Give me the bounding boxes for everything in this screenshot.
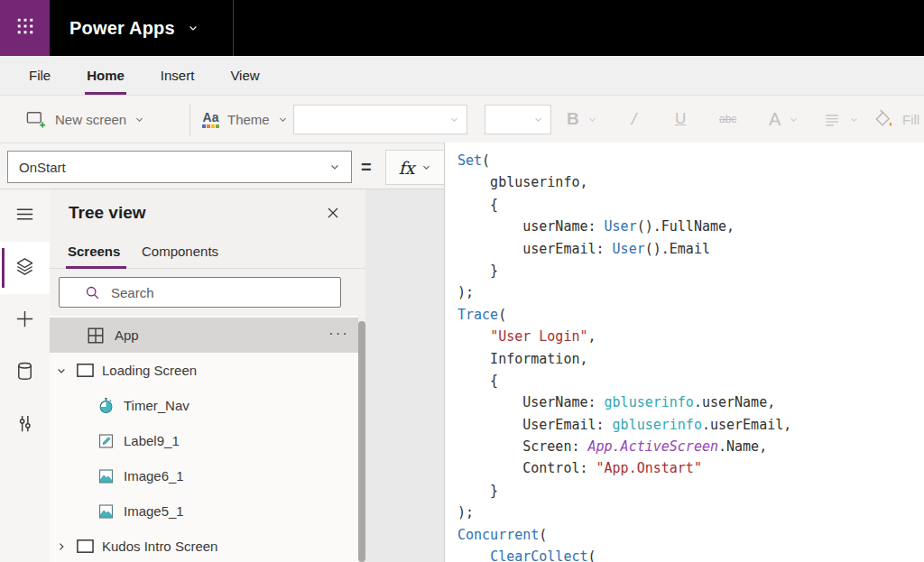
underline-button[interactable]: U [675, 96, 686, 143]
tree-item-timer-nav[interactable]: Timer_Nav [50, 388, 365, 423]
chevron-down-icon [789, 115, 799, 124]
new-screen-label: New screen [55, 112, 126, 127]
code-line: } [457, 480, 924, 502]
database-icon [14, 361, 35, 385]
tab-screens[interactable]: Screens [68, 244, 120, 259]
fill-label: Fill [902, 112, 919, 127]
menu-item-view[interactable]: View [228, 56, 261, 95]
menu-item-insert[interactable]: Insert [159, 56, 197, 95]
tree-item-label9-1[interactable]: Label9_1 [50, 423, 365, 458]
chevron-down-icon[interactable] [188, 23, 199, 33]
rail-item-advanced-tools[interactable] [0, 399, 50, 451]
app-title: Power Apps [69, 18, 175, 39]
chevron-right-icon[interactable] [56, 541, 67, 552]
new-screen-button[interactable]: New screen [25, 96, 144, 143]
fx-label: fx [399, 158, 415, 178]
waffle-menu-button[interactable] [0, 0, 50, 56]
top-bar: Power Apps [0, 0, 924, 56]
fx-button[interactable]: fx [385, 150, 445, 185]
align-icon [823, 111, 841, 127]
ribbon-toolbar: New screen Aa Theme B / U abc [0, 95, 924, 143]
theme-icon: Aa [202, 111, 219, 128]
canvas-background [365, 189, 444, 562]
tree-item-label: Image6_1 [124, 468, 184, 484]
tree-list: App···Loading ScreenTimer_NavLabel9_1Ima… [50, 316, 365, 562]
chevron-down-icon [533, 115, 543, 124]
tree-item-label: Image5_1 [124, 503, 184, 519]
code-line: "User Login", [457, 326, 924, 347]
search-input[interactable] [111, 285, 319, 300]
code-line: Information, [457, 348, 924, 370]
tree-item-label: Timer_Nav [124, 398, 189, 413]
chevron-down-icon[interactable] [56, 365, 67, 376]
rail-item-tree-view[interactable] [0, 242, 50, 294]
tree-item-image6-1[interactable]: Image6_1 [50, 458, 365, 493]
chevron-down-icon [134, 115, 144, 124]
image-icon [97, 502, 115, 521]
code-line: Concurrent( [457, 524, 924, 546]
code-line: { [457, 194, 924, 216]
close-icon[interactable] [326, 206, 340, 220]
rail-item-menu[interactable] [0, 189, 50, 242]
formula-editor[interactable]: Set( gbluserinfo, { userName: User().Ful… [444, 143, 924, 562]
menu-item-file[interactable]: File [27, 56, 52, 95]
tree-item-image5-1[interactable]: Image5_1 [50, 493, 365, 529]
theme-button[interactable]: Aa Theme [202, 96, 288, 143]
tab-components[interactable]: Components [142, 244, 218, 259]
tree-item-app[interactable]: App··· [50, 318, 365, 353]
code-line: Set( [457, 150, 924, 171]
property-selector[interactable]: OnStart [7, 151, 352, 183]
new-screen-icon [25, 109, 47, 129]
tree-scrollbar-track [358, 316, 365, 562]
search-box [59, 277, 341, 308]
tree-scrollbar-thumb[interactable] [358, 321, 365, 562]
tree-item-label: Loading Screen [102, 363, 197, 378]
code-line: UserEmail: gbluserinfo.userEmail, [457, 414, 924, 436]
topbar-divider [233, 0, 234, 56]
rail-item-data[interactable] [0, 346, 50, 399]
chevron-down-icon [329, 161, 340, 172]
code-line: UserName: gbluserinfo.userName, [457, 392, 924, 413]
theme-label: Theme [227, 112, 270, 127]
font-size-select[interactable] [485, 105, 551, 134]
code-line: Trace( [457, 304, 924, 326]
tree-item-kudos-intro-screen[interactable]: Kudos Intro Screen [50, 529, 365, 562]
label-icon [97, 432, 115, 450]
more-options-ellipsis[interactable]: ··· [328, 325, 349, 343]
timer-icon [97, 397, 115, 415]
plus-icon [14, 309, 35, 333]
code-line: gbluserinfo, [457, 171, 924, 193]
font-color-button[interactable]: A [769, 96, 799, 143]
font-family-select[interactable] [293, 105, 467, 134]
active-tab-underline [66, 266, 126, 269]
chevron-down-icon [421, 162, 431, 172]
tree-item-loading-screen[interactable]: Loading Screen [50, 353, 365, 388]
chevron-down-icon [278, 115, 288, 124]
tree-item-label: App [115, 327, 139, 343]
chevron-down-icon [587, 115, 597, 124]
italic-button[interactable]: / [632, 96, 636, 143]
bold-button[interactable]: B [567, 96, 597, 143]
code-line: Control: "App.Onstart" [457, 457, 924, 479]
text-align-button[interactable] [823, 96, 859, 143]
screen-icon [75, 537, 97, 556]
strikethrough-button[interactable]: abc [719, 96, 736, 143]
app-grid-icon [86, 326, 106, 345]
layers-icon [14, 256, 35, 281]
code-line: ); [457, 281, 924, 303]
rail-item-insert[interactable] [0, 294, 50, 346]
hamburger-icon [14, 204, 35, 228]
code-line: ClearCollect( [457, 546, 924, 562]
tree-item-label: Kudos Intro Screen [102, 539, 217, 554]
fill-button[interactable]: Fill [872, 96, 919, 143]
tree-view-title: Tree view [69, 203, 146, 223]
code-line: Screen: App.ActiveScreen.Name, [457, 436, 924, 457]
code-line: ); [457, 502, 924, 523]
advanced-tools-icon [14, 413, 35, 438]
chevron-down-icon [449, 115, 459, 124]
screen-icon [75, 361, 97, 380]
power-apps-studio: Power Apps FileHomeInsertView New screen… [0, 0, 924, 562]
menu-bar: FileHomeInsertView [0, 56, 924, 95]
menu-item-home[interactable]: Home [85, 56, 126, 95]
waffle-icon [15, 16, 35, 40]
